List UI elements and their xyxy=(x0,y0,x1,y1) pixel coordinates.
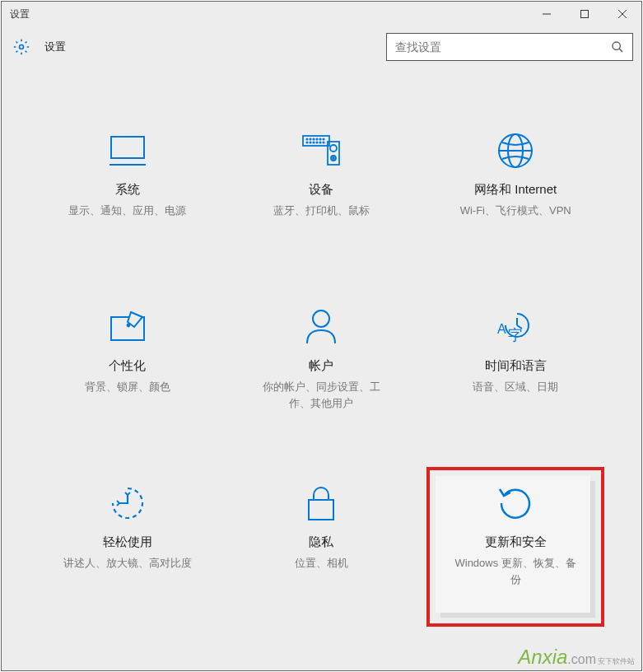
maximize-button[interactable] xyxy=(566,2,603,26)
tile-desc: 语音、区域、日期 xyxy=(473,379,558,395)
tile-accounts[interactable]: 帐户 你的帐户、同步设置、工作、其他用户 xyxy=(237,295,407,446)
svg-text:字: 字 xyxy=(508,327,523,343)
ease-of-access-icon xyxy=(108,483,147,523)
search-icon xyxy=(611,40,624,54)
gear-icon xyxy=(13,39,30,55)
window-title: 设置 xyxy=(10,7,528,21)
search-input[interactable] xyxy=(395,40,611,54)
page-title: 设置 xyxy=(44,40,386,54)
tile-devices[interactable]: 设备 蓝牙、打印机、鼠标 xyxy=(237,119,407,270)
tile-network[interactable]: 网络和 Internet Wi-Fi、飞行模式、VPN xyxy=(431,119,600,270)
globe-icon xyxy=(496,131,535,170)
tile-desc: Windows 更新、恢复、备份 xyxy=(450,555,581,587)
tile-time-language[interactable]: A 字 时间和语言 语音、区域、日期 xyxy=(431,295,600,446)
svg-point-18 xyxy=(314,142,315,142)
tile-title: 系统 xyxy=(115,182,140,198)
watermark-brand: Anxia xyxy=(518,646,567,669)
svg-point-13 xyxy=(317,138,318,139)
svg-point-12 xyxy=(314,138,315,139)
svg-rect-7 xyxy=(111,137,144,158)
tile-system[interactable]: 系统 显示、通知、应用、电源 xyxy=(43,119,212,270)
watermark-sub: 安下软件站 xyxy=(598,656,635,667)
tile-personalization[interactable]: 个性化 背景、锁屏、颜色 xyxy=(43,295,212,446)
svg-point-21 xyxy=(324,142,324,142)
minimize-button[interactable] xyxy=(528,2,566,26)
svg-point-17 xyxy=(310,142,311,142)
tile-desc: Wi-Fi、飞行模式、VPN xyxy=(460,203,571,219)
watermark-suffix: .com xyxy=(567,652,596,667)
tile-title: 帐户 xyxy=(309,358,333,374)
tile-title: 网络和 Internet xyxy=(474,182,557,198)
svg-line-6 xyxy=(619,49,622,52)
svg-point-10 xyxy=(307,138,308,139)
svg-rect-9 xyxy=(303,136,329,146)
tile-update-security[interactable]: 更新和安全 Windows 更新、恢复、备份 xyxy=(431,471,600,623)
tile-title: 隐私 xyxy=(309,534,333,550)
tile-desc: 蓝牙、打印机、鼠标 xyxy=(273,203,370,219)
watermark: Anxia .com 安下软件站 xyxy=(518,646,635,669)
tile-title: 设备 xyxy=(309,182,333,198)
header: 设置 xyxy=(2,26,641,77)
devices-icon xyxy=(301,131,341,170)
svg-point-11 xyxy=(310,138,311,139)
svg-point-15 xyxy=(324,138,324,139)
svg-text:A: A xyxy=(497,322,506,336)
tile-title: 轻松使用 xyxy=(103,534,152,550)
close-button[interactable] xyxy=(603,2,641,26)
svg-point-31 xyxy=(313,310,329,327)
settings-window: 设置 设置 xyxy=(1,1,642,671)
svg-point-25 xyxy=(333,157,334,159)
time-language-icon: A 字 xyxy=(496,307,535,347)
titlebar: 设置 xyxy=(2,2,641,26)
tile-title: 更新和安全 xyxy=(485,534,547,550)
svg-point-19 xyxy=(317,142,318,142)
tile-desc: 讲述人、放大镜、高对比度 xyxy=(63,555,192,572)
tile-desc: 你的帐户、同步设置、工作、其他用户 xyxy=(255,379,387,411)
svg-point-16 xyxy=(307,142,308,142)
window-controls xyxy=(528,2,641,26)
tile-ease-of-access[interactable]: 轻松使用 讲述人、放大镜、高对比度 xyxy=(43,471,212,623)
tile-desc: 显示、通知、应用、电源 xyxy=(68,203,186,219)
tile-desc: 背景、锁屏、颜色 xyxy=(85,379,170,395)
svg-point-5 xyxy=(613,42,620,49)
svg-rect-1 xyxy=(581,11,589,18)
tile-desc: 位置、相机 xyxy=(295,555,348,572)
tile-title: 个性化 xyxy=(109,358,146,374)
tile-privacy[interactable]: 隐私 位置、相机 xyxy=(237,471,407,623)
svg-point-30 xyxy=(127,324,129,327)
svg-point-23 xyxy=(330,145,337,152)
sync-icon xyxy=(496,483,535,523)
lock-icon xyxy=(301,483,341,523)
tile-title: 时间和语言 xyxy=(485,358,547,374)
display-icon xyxy=(108,131,147,170)
tiles-grid: 系统 显示、通知、应用、电源 设备 蓝牙、打印机、鼠标 xyxy=(2,77,641,664)
personalization-icon xyxy=(108,307,147,347)
svg-point-14 xyxy=(320,138,321,139)
svg-rect-36 xyxy=(309,500,333,520)
person-icon xyxy=(301,307,341,347)
svg-point-4 xyxy=(20,45,24,49)
search-box[interactable] xyxy=(386,33,633,61)
svg-point-20 xyxy=(320,142,321,142)
